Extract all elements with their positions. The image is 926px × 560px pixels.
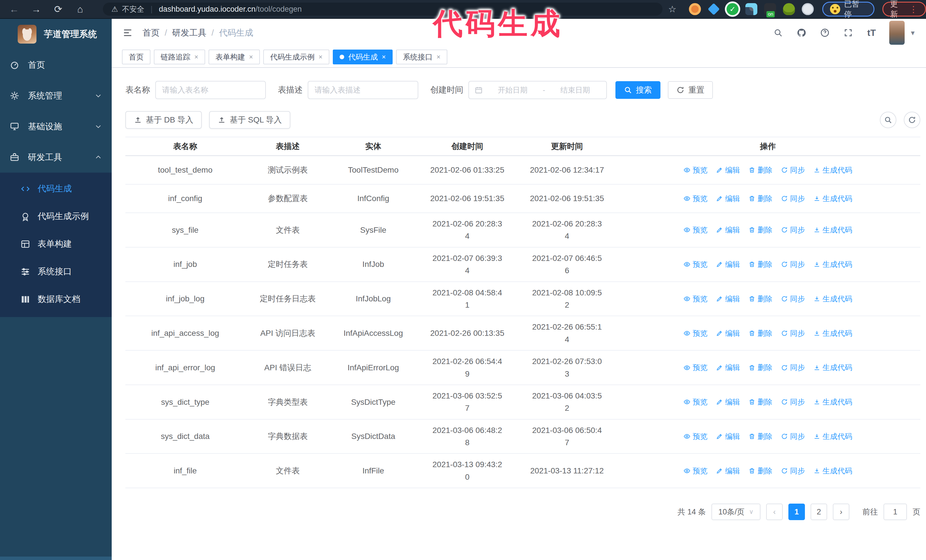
- preview-link[interactable]: 预览: [684, 431, 707, 442]
- sync-link[interactable]: 同步: [781, 224, 805, 235]
- sync-link[interactable]: 同步: [781, 465, 805, 477]
- search-button[interactable]: 搜索: [616, 81, 660, 99]
- delete-link[interactable]: 删除: [749, 362, 772, 373]
- avatar-caret-down-icon[interactable]: ▾: [911, 29, 915, 37]
- extension-icon-on[interactable]: on: [764, 3, 776, 15]
- delete-link[interactable]: 删除: [749, 165, 772, 176]
- preview-link[interactable]: 预览: [684, 465, 707, 477]
- extensions-puzzle-icon[interactable]: [802, 3, 814, 15]
- help-icon[interactable]: [819, 27, 831, 39]
- edit-link[interactable]: 编辑: [716, 431, 740, 442]
- toggle-search-button[interactable]: [880, 112, 896, 128]
- sql-import-button[interactable]: 基于 SQL 导入: [209, 111, 291, 129]
- forward-icon[interactable]: →: [28, 1, 44, 17]
- generate-code-link[interactable]: 生成代码: [814, 328, 852, 339]
- avatar[interactable]: [889, 21, 905, 45]
- delete-link[interactable]: 删除: [749, 431, 772, 442]
- reset-button[interactable]: 重置: [668, 81, 713, 99]
- delete-link[interactable]: 删除: [749, 465, 772, 477]
- preview-link[interactable]: 预览: [684, 396, 707, 408]
- sidebar-item-codegen-example[interactable]: 代码生成示例: [0, 202, 112, 230]
- tab-codegen-example[interactable]: 代码生成示例 ×: [263, 50, 329, 64]
- next-page-button[interactable]: ›: [833, 504, 849, 520]
- edit-link[interactable]: 编辑: [716, 224, 740, 235]
- sync-link[interactable]: 同步: [781, 362, 805, 373]
- extension-icon-gem[interactable]: [708, 3, 720, 15]
- delete-link[interactable]: 删除: [749, 193, 772, 204]
- breadcrumb-devtools[interactable]: 研发工具: [172, 27, 206, 39]
- edit-link[interactable]: 编辑: [716, 465, 740, 477]
- sync-link[interactable]: 同步: [781, 328, 805, 339]
- breadcrumb-home[interactable]: 首页: [142, 27, 160, 39]
- date-range-picker[interactable]: 开始日期 - 结束日期: [468, 81, 607, 99]
- sync-link[interactable]: 同步: [781, 165, 805, 176]
- goto-page-input[interactable]: [884, 504, 907, 520]
- generate-code-link[interactable]: 生成代码: [814, 165, 852, 176]
- preview-link[interactable]: 预览: [684, 362, 707, 373]
- sync-link[interactable]: 同步: [781, 293, 805, 305]
- collapse-sidebar-icon[interactable]: [122, 28, 133, 38]
- delete-link[interactable]: 删除: [749, 396, 772, 408]
- generate-code-link[interactable]: 生成代码: [814, 362, 852, 373]
- browser-menu-icon[interactable]: ⋮: [909, 4, 918, 14]
- generate-code-link[interactable]: 生成代码: [814, 396, 852, 408]
- preview-link[interactable]: 预览: [684, 259, 707, 270]
- sync-link[interactable]: 同步: [781, 431, 805, 442]
- generate-code-link[interactable]: 生成代码: [814, 193, 852, 204]
- sidebar-item-codegen[interactable]: 代码生成: [0, 175, 112, 202]
- generate-code-link[interactable]: 生成代码: [814, 465, 852, 477]
- tab-form-builder[interactable]: 表单构建 ×: [209, 50, 260, 64]
- fullscreen-icon[interactable]: [842, 27, 855, 39]
- close-icon[interactable]: ×: [319, 53, 322, 61]
- preview-link[interactable]: 预览: [684, 293, 707, 305]
- edit-link[interactable]: 编辑: [716, 165, 740, 176]
- sidebar-item-form-builder[interactable]: 表单构建: [0, 230, 112, 258]
- page-button-2[interactable]: 2: [811, 504, 827, 520]
- page-size-select[interactable]: 10条/页 ∨: [711, 504, 761, 520]
- prev-page-button[interactable]: ‹: [766, 504, 783, 520]
- table-name-input[interactable]: [155, 81, 266, 99]
- preview-link[interactable]: 预览: [684, 193, 707, 204]
- sidebar-item-system[interactable]: 系统管理: [0, 80, 112, 111]
- tab-system-api[interactable]: 系统接口 ×: [396, 50, 447, 64]
- sync-link[interactable]: 同步: [781, 259, 805, 270]
- close-icon[interactable]: ×: [249, 53, 253, 61]
- close-icon[interactable]: ×: [194, 53, 198, 61]
- bookmark-star-icon[interactable]: ☆: [668, 4, 676, 15]
- extension-icon-check[interactable]: ✓: [726, 3, 738, 15]
- edit-link[interactable]: 编辑: [716, 259, 740, 270]
- tab-home[interactable]: 首页: [122, 50, 150, 64]
- back-icon[interactable]: ←: [6, 1, 22, 17]
- edit-link[interactable]: 编辑: [716, 396, 740, 408]
- tab-tracing[interactable]: 链路追踪 ×: [154, 50, 205, 64]
- sidebar-item-home[interactable]: 首页: [0, 50, 112, 80]
- sidebar-item-system-api[interactable]: 系统接口: [0, 258, 112, 285]
- generate-code-link[interactable]: 生成代码: [814, 259, 852, 270]
- delete-link[interactable]: 删除: [749, 328, 772, 339]
- extension-icon-grid[interactable]: [745, 3, 757, 15]
- generate-code-link[interactable]: 生成代码: [814, 224, 852, 235]
- logo[interactable]: 芋道管理系统: [0, 19, 112, 50]
- generate-code-link[interactable]: 生成代码: [814, 431, 852, 442]
- sync-link[interactable]: 同步: [781, 396, 805, 408]
- reload-icon[interactable]: ⟳: [50, 1, 66, 17]
- edit-link[interactable]: 编辑: [716, 293, 740, 305]
- refresh-table-button[interactable]: [904, 112, 920, 128]
- generate-code-link[interactable]: 生成代码: [814, 293, 852, 305]
- sync-link[interactable]: 同步: [781, 193, 805, 204]
- search-icon[interactable]: [772, 27, 784, 39]
- preview-link[interactable]: 预览: [684, 224, 707, 235]
- tab-codegen[interactable]: 代码生成 ×: [333, 50, 393, 64]
- sidebar-item-devtools[interactable]: 研发工具: [0, 142, 112, 173]
- delete-link[interactable]: 删除: [749, 293, 772, 305]
- edit-link[interactable]: 编辑: [716, 328, 740, 339]
- edit-link[interactable]: 编辑: [716, 362, 740, 373]
- update-button[interactable]: 更新 ⋮: [882, 2, 926, 17]
- preview-link[interactable]: 预览: [684, 165, 707, 176]
- close-icon[interactable]: ×: [382, 53, 386, 61]
- preview-link[interactable]: 预览: [684, 328, 707, 339]
- sidebar-item-infra[interactable]: 基础设施: [0, 111, 112, 142]
- edit-link[interactable]: 编辑: [716, 193, 740, 204]
- sidebar-item-db-doc[interactable]: 数据库文档: [0, 285, 112, 313]
- extension-icon-sprout[interactable]: [783, 3, 795, 15]
